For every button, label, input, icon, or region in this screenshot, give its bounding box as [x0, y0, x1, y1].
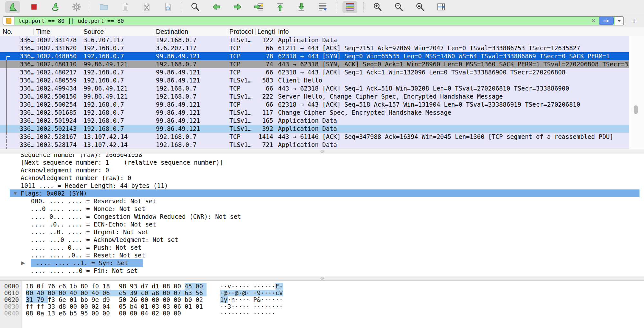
hex-byte[interactable]: 00: [152, 296, 163, 303]
column-separator[interactable]: [274, 29, 275, 35]
hex-byte[interactable]: a8: [152, 290, 163, 296]
hex-byte[interactable]: 00: [26, 290, 37, 296]
hex-byte[interactable]: 07: [174, 290, 185, 296]
hex-byte[interactable]: 08: [163, 283, 174, 290]
ascii-char[interactable]: ·: [264, 303, 268, 310]
hex-byte[interactable]: 00: [141, 296, 152, 303]
hex-byte[interactable]: 76: [48, 283, 59, 290]
start-capture-button[interactable]: [5, 1, 20, 13]
ascii-char[interactable]: ·: [224, 303, 228, 310]
ascii-char[interactable]: ·: [231, 303, 235, 310]
hex-byte[interactable]: 63: [185, 290, 196, 296]
display-filter-field[interactable]: ✕: [3, 16, 624, 25]
hex-byte[interactable]: d9: [102, 296, 113, 303]
hex-byte[interactable]: 13: [48, 310, 59, 317]
hex-byte[interactable]: d7: [141, 283, 152, 290]
detail-line[interactable]: Sequence number (raw): 2665041958: [0, 154, 644, 159]
packet-row[interactable]: 336…1002.502143192.168.0.799.86.49.121TL…: [0, 125, 629, 133]
ascii-char[interactable]: ·: [231, 283, 235, 290]
auto-scroll-button[interactable]: [315, 1, 330, 13]
ascii-char[interactable]: n: [231, 296, 235, 303]
hex-byte[interactable]: f3: [48, 296, 59, 303]
zoom-out-button[interactable]: [391, 1, 406, 13]
ascii-char[interactable]: P: [253, 296, 257, 303]
packet-row[interactable]: 336…1002.480217192.168.0.799.86.49.121TC…: [0, 68, 629, 76]
column-separator[interactable]: [255, 29, 256, 35]
filter-bookmark-button[interactable]: [3, 17, 14, 25]
packet-row[interactable]: 336…1002.52817413.107.42.14192.168.0.7TL…: [0, 141, 629, 149]
ascii-char[interactable]: @: [224, 290, 228, 296]
hex-byte[interactable]: 00: [91, 310, 102, 317]
go-first-packet-button[interactable]: [273, 1, 287, 13]
hex-byte[interactable]: 56: [196, 290, 207, 296]
ascii-char[interactable]: ·: [272, 290, 276, 296]
open-file-button[interactable]: [96, 1, 111, 13]
ascii-char[interactable]: ·: [239, 296, 243, 303]
hex-row[interactable]: 0040080a13e6b5950000000004020000········…: [0, 310, 644, 317]
packet-row[interactable]: 336…1002.500254192.168.0.799.86.49.121TC…: [0, 101, 629, 109]
hex-byte[interactable]: d8: [59, 303, 70, 310]
hex-byte[interactable]: ff: [26, 303, 37, 310]
ascii-char[interactable]: ·: [235, 283, 239, 290]
packet-row[interactable]: 336…1002.480559192.168.0.799.86.49.121TL…: [0, 76, 629, 84]
detail-line[interactable]: .... 0... .... = Congestion Window Reduc…: [0, 213, 644, 220]
packet-row[interactable]: 336…1002.331620192.168.0.73.6.207.117TCP…: [0, 44, 629, 52]
hex-byte[interactable]: 93: [130, 283, 141, 290]
ascii-char[interactable]: v: [227, 283, 231, 290]
ascii-char[interactable]: ·: [242, 303, 246, 310]
ascii-char[interactable]: ·: [231, 310, 235, 317]
hex-byte[interactable]: 79: [37, 296, 48, 303]
go-last-packet-button[interactable]: [294, 1, 309, 13]
hex-byte[interactable]: 40: [91, 290, 102, 296]
hex-byte[interactable]: 01: [185, 303, 196, 310]
hex-byte[interactable]: 00: [102, 310, 113, 317]
column-header-length[interactable]: Length: [257, 27, 274, 36]
ascii-char[interactable]: ·: [257, 303, 261, 310]
detail-line[interactable]: .... ...0 .... = Acknowledgment: Not set: [0, 236, 644, 244]
detail-line[interactable]: .... .... 0... = Push: Not set: [0, 244, 644, 251]
hex-byte[interactable]: 00: [174, 310, 185, 317]
column-header-destination[interactable]: Destination: [156, 27, 226, 36]
hex-byte[interactable]: c6: [59, 283, 70, 290]
ascii-char[interactable]: 9: [257, 290, 261, 296]
pane-splitter-bottom[interactable]: [0, 276, 644, 281]
ascii-char[interactable]: ·: [275, 303, 279, 310]
ascii-char[interactable]: ·: [257, 283, 261, 290]
hex-row[interactable]: 00203179f36e01bb9ed9502600000000b0021y·n…: [0, 296, 644, 303]
hex-byte[interactable]: 18: [102, 283, 113, 290]
hex-byte[interactable]: 40: [37, 290, 48, 296]
ascii-char[interactable]: E: [275, 283, 279, 290]
packet-row[interactable]: 336…1002.501685192.168.0.799.86.49.121TL…: [0, 109, 629, 117]
hex-byte[interactable]: 26: [130, 296, 141, 303]
ascii-char[interactable]: ·: [242, 283, 246, 290]
ascii-char[interactable]: ·: [220, 290, 224, 296]
ascii-char[interactable]: ·: [257, 310, 261, 317]
hex-byte[interactable]: 00: [163, 310, 174, 317]
hex-byte[interactable]: 01: [141, 303, 152, 310]
hex-byte[interactable]: 08: [26, 310, 37, 317]
detail-line[interactable]: Acknowledgment number: 0: [0, 166, 644, 174]
ascii-char[interactable]: ·: [220, 283, 224, 290]
hex-byte[interactable]: 00: [48, 290, 59, 296]
ascii-char[interactable]: ·: [264, 296, 268, 303]
hex-byte[interactable]: ff: [37, 303, 48, 310]
restart-capture-button[interactable]: [48, 1, 62, 13]
ascii-char[interactable]: ·: [224, 310, 228, 317]
hex-byte[interactable]: 50: [119, 296, 130, 303]
hex-byte[interactable]: 05: [119, 303, 130, 310]
hex-byte[interactable]: 01: [196, 303, 207, 310]
scrollbar-thumb[interactable]: [634, 105, 638, 114]
hex-byte[interactable]: e5: [119, 290, 130, 296]
hex-byte[interactable]: 04: [141, 310, 152, 317]
hex-byte[interactable]: 01: [70, 296, 81, 303]
ascii-char[interactable]: ·: [272, 310, 276, 317]
ascii-char[interactable]: ·: [231, 290, 235, 296]
ascii-char[interactable]: ·: [279, 296, 283, 303]
ascii-char[interactable]: y: [224, 296, 228, 303]
ascii-char[interactable]: ·: [246, 290, 250, 296]
ascii-char[interactable]: ·: [220, 310, 224, 317]
reload-file-button[interactable]: [160, 1, 175, 13]
ascii-char[interactable]: ·: [246, 283, 250, 290]
packet-row[interactable]: 336…1002.48011099.86.49.121192.168.0.7TC…: [0, 60, 629, 68]
hex-byte[interactable]: b0: [185, 296, 196, 303]
